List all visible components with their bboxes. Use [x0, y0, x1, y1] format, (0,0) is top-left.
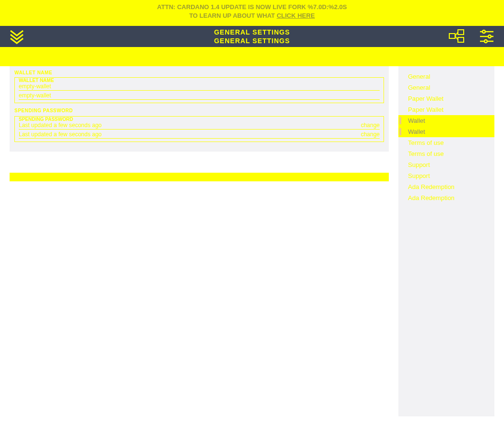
- sidebar-item-paper-wallet[interactable]: Paper Wallet: [398, 93, 494, 104]
- sidebar-item-general-dup[interactable]: General: [398, 82, 494, 93]
- update-alert-banner: ATTN: CARDANO 1.4 UPDATE IS NOW LIVE FOR…: [0, 0, 504, 26]
- settings-sliders-icon[interactable]: [479, 29, 494, 46]
- settings-form-card: WALLET NAME WALLET NAME empty-wallet emp…: [10, 66, 389, 152]
- sub-banner: [0, 47, 504, 66]
- sidebar-item-paper-wallet-dup[interactable]: Paper Wallet: [398, 104, 494, 115]
- page-title: GENERAL SETTINGS GENERAL SETTINGS: [214, 28, 290, 45]
- change-password-link-dup[interactable]: change: [361, 131, 380, 138]
- yellow-footer-strip: [10, 173, 389, 181]
- sidebar-item-ada-redemption-dup[interactable]: Ada Redemption: [398, 192, 494, 203]
- app-header: GENERAL SETTINGS GENERAL SETTINGS: [0, 26, 504, 47]
- logo-icon[interactable]: [10, 29, 24, 46]
- svg-point-4: [482, 30, 485, 33]
- sidebar-item-ada-redemption[interactable]: Ada Redemption: [398, 181, 494, 192]
- alert-line-2: TO LEARN UP ABOUT WHAT CLICK HERE: [0, 12, 504, 20]
- svg-rect-0: [449, 34, 455, 38]
- sidebar-item-support-dup[interactable]: Support: [398, 170, 494, 181]
- wallet-name-label: WALLET NAME: [14, 70, 384, 75]
- sidebar-item-general[interactable]: General: [398, 71, 494, 82]
- change-password-link[interactable]: change: [361, 122, 380, 129]
- spending-password-label: SPENDING PASSWORD: [14, 108, 384, 113]
- wallet-name-inner-label: WALLET NAME: [19, 78, 380, 83]
- alert-learn-more-link[interactable]: CLICK HERE: [276, 12, 314, 19]
- spending-password-status: Last updated a few seconds ago: [19, 122, 102, 129]
- settings-sidebar: General General Paper Wallet Paper Walle…: [398, 66, 494, 416]
- sidebar-item-wallet-dup[interactable]: Wallet: [398, 126, 494, 137]
- spending-password-inner-label: SPENDING PASSWORD: [19, 117, 380, 122]
- spending-password-status-dup: Last updated a few seconds ago: [19, 131, 102, 138]
- svg-point-6: [488, 35, 491, 38]
- wallet-name-value-dup: empty-wallet: [19, 92, 380, 100]
- sidebar-item-terms-dup[interactable]: Terms of use: [398, 148, 494, 159]
- spending-password-box: SPENDING PASSWORD Last updated a few sec…: [14, 116, 384, 142]
- wallet-name-input[interactable]: WALLET NAME empty-wallet empty-wallet: [14, 77, 384, 103]
- svg-rect-1: [458, 30, 464, 35]
- sidebar-item-terms[interactable]: Terms of use: [398, 137, 494, 148]
- sidebar-item-wallet[interactable]: Wallet: [398, 115, 494, 126]
- wallet-name-value: empty-wallet: [19, 83, 380, 91]
- network-icon[interactable]: [448, 29, 468, 46]
- sidebar-item-support[interactable]: Support: [398, 159, 494, 170]
- svg-rect-2: [458, 37, 464, 42]
- svg-point-8: [484, 40, 487, 43]
- alert-line-1: ATTN: CARDANO 1.4 UPDATE IS NOW LIVE FOR…: [0, 3, 504, 12]
